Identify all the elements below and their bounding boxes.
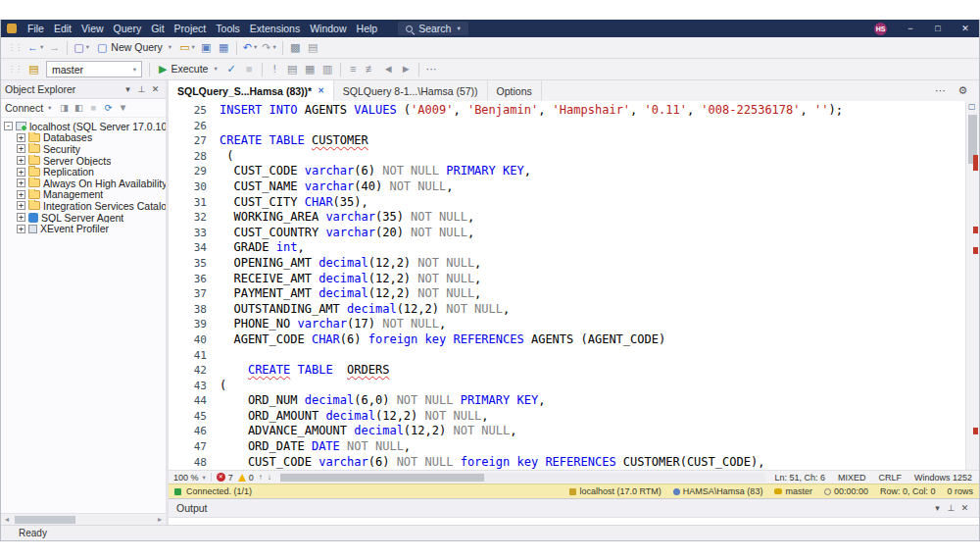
connect-icon[interactable]: ◨ <box>57 101 71 116</box>
menu-query[interactable]: Query <box>109 23 147 34</box>
undo-icon[interactable]: ↶▾ <box>241 39 259 57</box>
code-line[interactable]: 38 OUTSTANDING_AMT decimal(12,2) NOT NUL… <box>169 302 965 318</box>
menu-view[interactable]: View <box>76 23 109 34</box>
collapse-icon[interactable]: - <box>4 122 13 130</box>
editor-vscrollbar[interactable]: ▢ <box>965 101 979 470</box>
code-line[interactable]: 44 ORD_NUM decimal(6,0) NOT NULL PRIMARY… <box>169 393 965 409</box>
menu-file[interactable]: File <box>23 23 49 34</box>
code-line[interactable]: 40 AGENT_CODE CHAR(6) foreign key REFERE… <box>169 332 965 348</box>
close-icon[interactable]: ✕ <box>952 20 979 37</box>
expand-icon[interactable]: + <box>17 213 25 222</box>
close-icon[interactable]: ✕ <box>958 501 971 516</box>
error-count[interactable]: ✕ 7 <box>217 473 233 483</box>
menu-extensions[interactable]: Extensions <box>245 23 305 34</box>
tree-item-management[interactable]: +Management <box>1 189 166 201</box>
editor-hscrollbar[interactable] <box>280 473 766 483</box>
scrollbar-thumb[interactable] <box>280 474 484 482</box>
tab-query-other[interactable]: SQLQuery 8-1...\Hamsa (57)) <box>334 80 488 101</box>
code-line[interactable]: 43( <box>169 379 965 394</box>
code-line[interactable]: 31 CUST_CITY CHAR(35), <box>169 195 965 211</box>
menu-help[interactable]: Help <box>352 23 383 34</box>
tree-item-localhost[interactable]: -localhost (SQL Server 17.0.1050.2 - HAM… <box>1 121 166 132</box>
code-line[interactable]: 30 CUST_NAME varchar(40) NOT NULL, <box>169 179 965 195</box>
menu-edit[interactable]: Edit <box>49 23 76 34</box>
chevron-down-icon[interactable]: ▾ <box>122 82 134 97</box>
menu-window[interactable]: Window <box>305 23 351 34</box>
code-line[interactable]: 41 <box>169 348 965 364</box>
stop-icon[interactable]: ■ <box>86 101 100 116</box>
sqlcmd-mode-icon[interactable]: ! <box>267 61 283 78</box>
code-line[interactable]: 36 RECEIVE_AMT decimal(12,2) NOT NULL, <box>169 272 965 287</box>
new-file-icon[interactable]: ▢▾ <box>72 39 91 57</box>
tree-item-server-objects[interactable]: +Server Objects <box>1 155 166 167</box>
pin-icon[interactable]: ⊥ <box>135 82 148 97</box>
database-icon[interactable]: ▤ <box>25 61 42 78</box>
expand-icon[interactable]: + <box>17 225 25 233</box>
code-line[interactable]: 29 CUST_CODE varchar(6) NOT NULL PRIMARY… <box>169 164 965 179</box>
expand-icon[interactable]: + <box>17 156 25 165</box>
zoom-select[interactable]: 100 % ▾ <box>173 473 206 483</box>
menu-git[interactable]: Git <box>146 23 169 34</box>
code-line[interactable]: 26 <box>169 119 965 134</box>
redo-icon[interactable]: ↷▾ <box>260 39 277 57</box>
maximize-icon[interactable]: □ <box>924 20 952 37</box>
search-box[interactable]: Search ▾ <box>398 22 468 35</box>
filter-icon[interactable]: ▼ <box>116 101 129 116</box>
menu-tools[interactable]: Tools <box>211 23 245 34</box>
code-line[interactable]: 33 CUST_COUNTRY varchar(20) NOT NULL, <box>169 226 965 241</box>
database-combobox[interactable]: master ▾ <box>46 61 142 77</box>
activity-monitor-icon[interactable]: ▩ <box>287 39 304 57</box>
scrollbar-thumb[interactable] <box>15 516 75 524</box>
previous-error-icon[interactable]: ↑ <box>259 473 263 482</box>
expand-icon[interactable]: + <box>17 133 25 142</box>
tree-item-xevent-profiler[interactable]: +XEvent Profiler <box>1 223 166 234</box>
tree-item-integration-services[interactable]: +Integration Services Catalogs <box>1 200 166 212</box>
tab-options[interactable]: Options <box>488 80 542 101</box>
close-icon[interactable]: ✕ <box>149 82 162 97</box>
code-line[interactable]: 39 PHONE_NO varchar(17) NOT NULL, <box>169 317 965 332</box>
code-line[interactable]: 32 WORKING_AREA varchar(35) NOT NULL, <box>169 210 965 226</box>
connect-button[interactable]: Connect ▾ <box>5 102 51 114</box>
object-explorer-hscrollbar[interactable]: ◂ ▸ <box>1 513 166 525</box>
scroll-right-icon[interactable]: ▸ <box>156 515 164 524</box>
results-to-text-icon[interactable]: ▤ <box>284 61 301 78</box>
results-to-grid-icon[interactable]: ▦ <box>302 61 318 78</box>
save-all-icon[interactable]: ▦ <box>216 39 232 57</box>
code-line[interactable]: 46 ADVANCE_AMOUNT decimal(12,2) NOT NULL… <box>169 424 965 439</box>
code-line[interactable]: 48 CUST_CODE varchar(6) NOT NULL foreign… <box>169 455 965 470</box>
tree-item-always-on[interactable]: +Always On High Availability <box>1 178 166 189</box>
tree-item-security[interactable]: +Security <box>1 143 166 155</box>
toolbar-overflow-icon[interactable]: ⋯ <box>423 61 440 78</box>
tree-item-replication[interactable]: +Replication <box>1 166 166 178</box>
expand-icon[interactable]: + <box>17 190 25 199</box>
expand-icon[interactable]: + <box>17 178 25 187</box>
cancel-query-icon[interactable]: ■ <box>241 61 258 78</box>
disconnect-icon[interactable]: ◧ <box>72 101 85 116</box>
tab-query-current[interactable]: SQLQuery_S...Hamsa (83))*✕ <box>169 80 334 101</box>
expand-icon[interactable]: + <box>17 144 25 153</box>
code-line[interactable]: 27CREATE TABLE CUSTOMER <box>169 133 965 149</box>
next-error-icon[interactable]: ↓ <box>268 473 271 482</box>
code-line[interactable]: 28 ( <box>169 149 965 165</box>
code-line[interactable]: 35 OPENING_AMT decimal(12,2) NOT NULL, <box>169 256 965 272</box>
save-icon[interactable]: ▣ <box>198 39 215 57</box>
decrease-indent-icon[interactable]: ◄ <box>380 61 397 78</box>
minimize-icon[interactable]: − <box>897 20 924 37</box>
comment-icon[interactable]: ≡ <box>345 61 362 78</box>
code-line[interactable]: 47 ORD_DATE DATE NOT NULL, <box>169 439 965 455</box>
code-line[interactable]: 34 GRADE int, <box>169 240 965 256</box>
open-file-icon[interactable]: ▭▾ <box>177 39 197 57</box>
uncomment-icon[interactable]: ≢ <box>363 61 379 78</box>
tree-item-databases[interactable]: +Databases <box>1 132 166 144</box>
scroll-left-icon[interactable]: ◂ <box>3 515 11 524</box>
expand-icon[interactable]: + <box>17 168 25 177</box>
close-icon[interactable]: ✕ <box>318 86 324 95</box>
code-line[interactable]: 37 PAYMENT_AMT decimal(12,2) NOT NULL, <box>169 286 965 302</box>
code-line[interactable]: 25INSERT INTO AGENTS VALUES ('A009', 'Be… <box>169 103 965 119</box>
pin-icon[interactable]: ⊥ <box>945 501 957 516</box>
print-icon[interactable]: ▤ <box>305 39 321 57</box>
results-to-file-icon[interactable]: ▥ <box>319 61 336 78</box>
user-avatar[interactable]: HS <box>874 23 887 35</box>
sql-editor[interactable]: 25INSERT INTO AGENTS VALUES ('A009', 'Be… <box>169 101 979 470</box>
warning-count[interactable]: 0 <box>238 473 254 483</box>
